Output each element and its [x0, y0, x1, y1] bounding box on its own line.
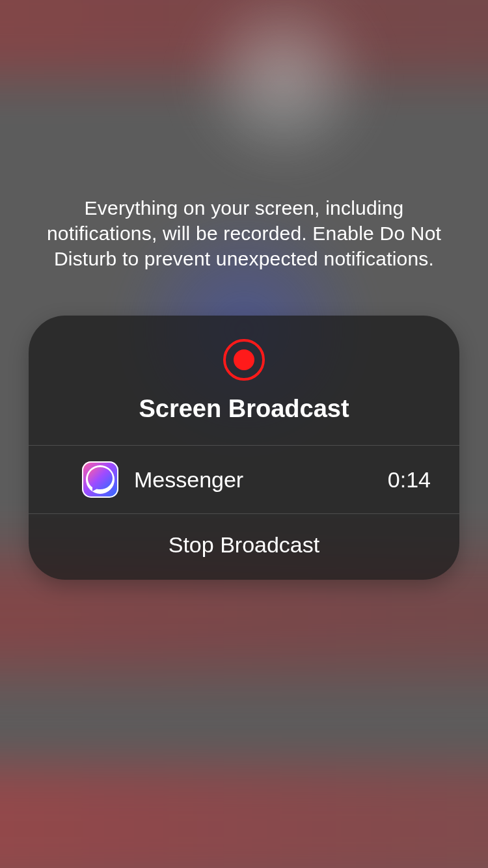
broadcast-warning-text: Everything on your screen, including not… — [29, 195, 459, 271]
record-icon-dot — [234, 349, 254, 370]
stop-broadcast-button[interactable]: Stop Broadcast — [29, 514, 459, 580]
broadcast-target-app-name: Messenger — [134, 467, 372, 493]
broadcast-card: Screen Broadcast Me — [29, 316, 459, 580]
broadcast-elapsed-time: 0:14 — [388, 467, 431, 493]
messenger-app-icon — [82, 461, 118, 498]
record-icon — [223, 339, 265, 381]
broadcast-title: Screen Broadcast — [139, 395, 349, 423]
broadcast-target-row[interactable]: Messenger 0:14 — [29, 446, 459, 513]
broadcast-sheet: Everything on your screen, including not… — [0, 195, 488, 580]
broadcast-card-header: Screen Broadcast — [29, 316, 459, 445]
